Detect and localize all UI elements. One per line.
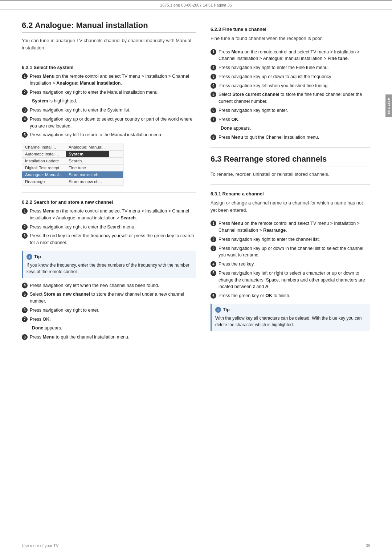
tip-icon: + xyxy=(215,307,221,313)
footer-left: Use more of your TV xyxy=(22,543,58,548)
tip-title: + Tip xyxy=(26,254,192,260)
step-num: 2 xyxy=(22,89,28,95)
list-item: 4 Press navigation key left when the new… xyxy=(22,282,196,289)
subsection-631-title: 6.3.1 Rename a channel xyxy=(211,191,370,197)
step-num: 1 xyxy=(211,49,216,55)
step-text: Press navigation key left when you finis… xyxy=(219,82,329,89)
step-text: Press the red key to enter the frequency… xyxy=(30,232,196,246)
step-text: Press navigation key right to enter. xyxy=(30,307,99,314)
subsection-631-intro: Assign or change a channel name to a cha… xyxy=(211,199,370,214)
list-item: 4 Press the red key. xyxy=(211,261,370,268)
menu-cell-right-highlighted: System xyxy=(66,151,109,157)
list-item: 5 Select Store as new channel to store t… xyxy=(22,291,196,305)
step-num: 1 xyxy=(211,220,216,226)
step-text: System is highlighted. xyxy=(32,98,77,105)
subsection-621-title: 6.2.1 Select the system xyxy=(22,65,196,70)
step-text: Press navigation key right to enter the … xyxy=(219,236,320,243)
list-item: 1 Press Menu on the remote control and s… xyxy=(211,49,370,62)
menu-screenshot: Channel install... Analogue: Manual... A… xyxy=(22,143,123,186)
step-text: Press Menu on the remote control and sel… xyxy=(219,220,370,234)
step-text: Press the green key or OK to finish. xyxy=(219,292,290,299)
step-text: Press navigation key right to enter the … xyxy=(30,107,130,114)
step-num: 4 xyxy=(22,116,28,122)
list-item: 5 Press navigation key left to return to… xyxy=(22,131,196,138)
step-text: Press Menu to quit the Channel installat… xyxy=(219,134,319,141)
step-num: 5 xyxy=(22,132,28,138)
menu-row-highlighted: Analogue: Manual... Store current ch... xyxy=(22,171,123,178)
step-num: 2 xyxy=(211,236,216,242)
list-item: 2 Press navigation key right to enter th… xyxy=(22,89,196,96)
menu-row: Channel install... Analogue: Manual... xyxy=(22,144,123,151)
tip-label: Tip xyxy=(34,254,41,260)
step-text: Press Menu on the remote control and sel… xyxy=(219,49,370,62)
menu-cell-left: Analogue: Manual... xyxy=(22,171,66,178)
list-item: 7 Press OK. xyxy=(22,316,196,323)
step-text: Press navigation key right to enter. xyxy=(219,107,288,114)
side-tab: ENGLISH xyxy=(385,94,392,117)
section-63-intro: To rename, reorder, uninstall or reinsta… xyxy=(211,171,370,178)
list-item: 8 Press Menu to quit the Channel install… xyxy=(211,134,370,141)
list-item: Done appears. xyxy=(211,125,370,132)
page-header: 2675.1 eng 03-08-2007 14:51 Pagina 35 xyxy=(0,0,392,10)
list-item: 5 Press navigation key left or right to … xyxy=(211,270,370,290)
menu-row: Rearrange Store as new ch... xyxy=(22,178,123,185)
step-num: 5 xyxy=(22,291,28,297)
step-num: 7 xyxy=(22,316,28,322)
menu-cell-right: Search xyxy=(66,158,109,164)
list-item: 4 Press navigation key up or down to sel… xyxy=(22,116,196,130)
step-text: Press navigation key up or down to selec… xyxy=(30,116,196,130)
step-num: 6 xyxy=(211,108,216,113)
steps-622a: 1 Press Menu on the remote control and s… xyxy=(22,208,196,246)
step-text: Done appears. xyxy=(221,125,251,132)
step-num: 5 xyxy=(211,270,216,276)
list-item: 4 Press navigation key left when you fin… xyxy=(211,82,370,89)
menu-row: Installation update Search xyxy=(22,158,123,165)
list-item: 3 Press navigation key up or down in the… xyxy=(211,245,370,259)
step-num: 6 xyxy=(22,307,28,313)
step-text: Select Store as new channel to store the… xyxy=(30,291,196,305)
steps-631: 1 Press Menu on the remote control and s… xyxy=(211,220,370,299)
list-item: 6 Press navigation key right to enter. xyxy=(211,107,370,114)
steps-623: 1 Press Menu on the remote control and s… xyxy=(211,49,370,141)
list-item: 3 Press navigation key right to enter th… xyxy=(22,107,196,114)
step-text: Press the red key. xyxy=(219,261,255,268)
step-text: Press Menu on the remote control and sel… xyxy=(30,73,196,87)
step-num: 3 xyxy=(211,246,216,251)
menu-cell-left: Digital: Test recept... xyxy=(22,165,66,171)
list-item: 2 Press navigation key right to enter th… xyxy=(22,224,196,231)
step-text: Press OK. xyxy=(219,116,240,123)
menu-cell-left: Automatic install... xyxy=(22,151,66,157)
list-item: 3 Press navigation key up or down to adj… xyxy=(211,73,370,80)
menu-cell-left: Installation update xyxy=(22,158,66,164)
step-num: 3 xyxy=(22,233,28,239)
steps-622b: 4 Press navigation key left when the new… xyxy=(22,282,196,341)
step-num: 6 xyxy=(211,293,216,299)
list-item: 8 Press Menu to quit the channel install… xyxy=(22,334,196,341)
menu-row: Digital: Test recept... Fine tune xyxy=(22,165,123,171)
list-item: 1 Press Menu on the remote control and s… xyxy=(22,73,196,87)
step-text: Press OK. xyxy=(30,316,51,323)
tip-text: If you know the frequency, enter the thr… xyxy=(26,263,189,274)
menu-cell-right: Store as new ch... xyxy=(66,178,109,185)
step-num: 7 xyxy=(211,117,216,122)
step-text: Press navigation key up or down to adjus… xyxy=(219,73,331,80)
step-text: Press navigation key left to return to t… xyxy=(30,131,162,138)
list-item: 7 Press OK. xyxy=(211,116,370,123)
list-item: 6 Press navigation key right to enter. xyxy=(22,307,196,314)
list-item: 1 Press Menu on the remote control and s… xyxy=(211,220,370,234)
step-num: 4 xyxy=(211,83,216,89)
step-text: Press navigation key right to enter the … xyxy=(219,64,329,71)
page-container: 2675.1 eng 03-08-2007 14:51 Pagina 35 EN… xyxy=(0,0,392,555)
section-63-title: 6.3 Rearrange stored channels xyxy=(211,154,370,166)
right-column: 6.2.3 Fine tune a channel Fine tune a fo… xyxy=(211,21,370,344)
footer-right: 35 xyxy=(366,543,370,548)
step-text: Press Menu to quit the channel installat… xyxy=(30,334,129,341)
tip-icon: + xyxy=(26,254,32,260)
step-num: 5 xyxy=(211,92,216,97)
step-num: 1 xyxy=(22,208,28,214)
menu-cell-left: Rearrange xyxy=(22,178,66,185)
list-item: 3 Press the red key to enter the frequen… xyxy=(22,232,196,246)
step-text: Press navigation key right to enter the … xyxy=(30,224,135,231)
step-num: 4 xyxy=(22,283,28,288)
tip-box-631: + Tip With the yellow key all characters… xyxy=(211,304,370,331)
